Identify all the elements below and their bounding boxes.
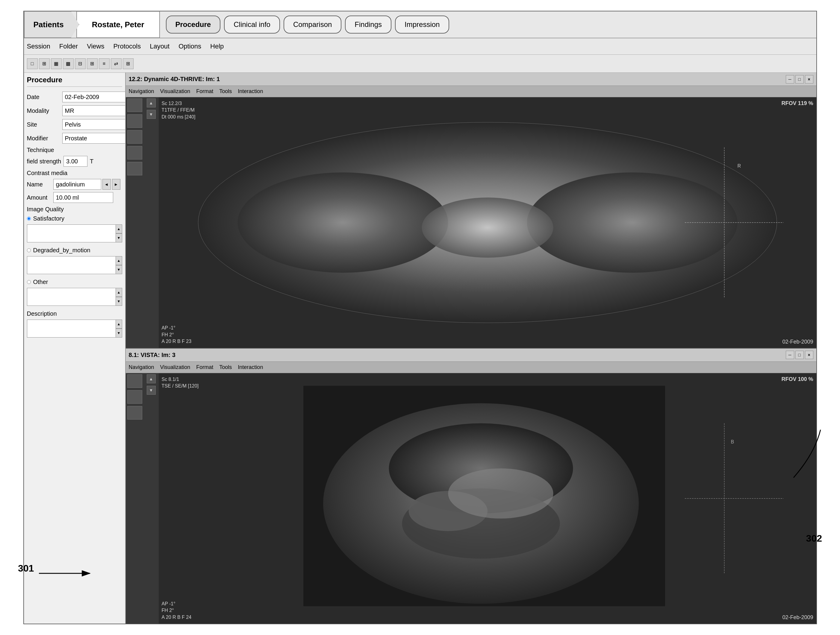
description-scroll-down[interactable]: ▼ — [115, 329, 122, 337]
toolbar-btn-7[interactable]: ≡ — [99, 58, 110, 69]
viewer-bottom-title: 8.1: VISTA: Im: 3 — [129, 351, 175, 359]
field-strength-input[interactable] — [63, 156, 87, 167]
degraded-label: Degraded_by_motion — [33, 247, 90, 254]
thumb-3[interactable] — [127, 130, 142, 143]
contrast-name-input[interactable] — [53, 179, 101, 190]
viewer-top-interaction[interactable]: Interaction — [238, 88, 263, 95]
toolbar-btn-8[interactable]: ⇄ — [111, 58, 122, 69]
image-quality-label: Image Quality — [27, 206, 122, 213]
tab-findings[interactable]: Findings — [345, 16, 392, 33]
contrast-amount-row: Amount — [27, 192, 122, 203]
viewer-top-nav-up[interactable]: ▲ — [147, 98, 156, 107]
technique-label: Technique — [27, 147, 122, 153]
tab-impression[interactable]: Impression — [395, 16, 449, 33]
description-textarea[interactable] — [27, 320, 122, 337]
viewer-bottom-image[interactable]: B Sc 8.1/1 TSE / SE/M [120] RFOV 100 % A… — [159, 373, 816, 624]
modifier-input[interactable] — [62, 133, 126, 143]
other-textarea[interactable] — [27, 288, 122, 306]
satisfactory-textarea[interactable] — [27, 224, 122, 243]
viewer-bottom-format[interactable]: Format — [196, 364, 213, 370]
contrast-amount-input[interactable] — [53, 192, 113, 203]
menu-folder[interactable]: Folder — [59, 43, 78, 50]
satisfactory-scroll-down[interactable]: ▼ — [115, 233, 122, 243]
toolbar-btn-4[interactable]: ▩ — [63, 58, 74, 69]
viewer-bottom-menu: Navigation Visualization Format Tools In… — [126, 362, 816, 373]
menu-session[interactable]: Session — [27, 43, 50, 50]
thumb-4[interactable] — [127, 146, 142, 159]
contrast-prev-btn[interactable]: ◄ — [103, 179, 111, 190]
viewer-bottom-minimize[interactable]: ─ — [786, 351, 794, 359]
other-radio-row: Other — [27, 279, 122, 285]
modality-input[interactable] — [62, 106, 126, 116]
date-input[interactable] — [62, 91, 126, 102]
toolbar-btn-1[interactable]: □ — [27, 58, 38, 69]
viewer-top-thumb-strip — [126, 97, 144, 348]
viewer-top-tools[interactable]: Tools — [219, 88, 232, 95]
thumb-b3[interactable] — [127, 406, 142, 419]
viewer-bottom-vis[interactable]: Visualization — [160, 364, 191, 370]
degraded-radio[interactable] — [27, 248, 31, 252]
viewer-top-nav-down[interactable]: ▼ — [147, 110, 156, 119]
viewer-bottom-nav-down[interactable]: ▼ — [147, 386, 156, 395]
viewer-bottom-tools[interactable]: Tools — [219, 364, 232, 370]
site-label: Site — [27, 121, 60, 128]
description-textarea-group: ▲ ▼ — [27, 320, 122, 339]
satisfactory-textarea-group: ▲ ▼ — [27, 224, 122, 243]
viewer-top-overlay-info: Sc 12.2/3 T1TFE / FFE/M Dt 000 ms [240] — [162, 100, 196, 120]
svg-text:B: B — [731, 439, 734, 444]
other-scroll-down[interactable]: ▼ — [115, 297, 122, 306]
thumb-b1[interactable] — [127, 374, 142, 388]
viewer-top-maximize[interactable]: □ — [795, 75, 804, 84]
viewer-top-close[interactable]: × — [805, 75, 813, 84]
viewer-bottom-thumb-strip — [126, 373, 144, 624]
ref-301: 301 — [18, 563, 34, 574]
contrast-next-btn[interactable]: ► — [112, 179, 120, 190]
degraded-textarea[interactable] — [27, 256, 122, 274]
menu-layout[interactable]: Layout — [150, 43, 169, 50]
thumb-2[interactable] — [127, 114, 142, 128]
viewer-bottom-interaction[interactable]: Interaction — [238, 364, 263, 370]
thumb-5[interactable] — [127, 162, 142, 175]
description-scroll-up[interactable]: ▲ — [115, 320, 122, 329]
viewer-top-image[interactable]: R Sc 12.2/3 T1TFE / FFE/M Dt 000 ms [240… — [159, 97, 816, 348]
left-panel: Procedure Date Modality Site — [24, 73, 126, 624]
menu-views[interactable]: Views — [87, 43, 104, 50]
menu-options[interactable]: Options — [178, 43, 201, 50]
patients-button[interactable]: Patients — [24, 11, 79, 38]
viewer-top-bl-1: AP -1° — [162, 325, 192, 331]
other-scroll-up[interactable]: ▲ — [115, 288, 122, 297]
satisfactory-radio[interactable] — [27, 217, 31, 221]
menu-help[interactable]: Help — [210, 43, 224, 50]
viewer-top-format[interactable]: Format — [196, 88, 213, 95]
tab-procedure[interactable]: Procedure — [166, 16, 221, 33]
tab-comparison[interactable]: Comparison — [284, 16, 341, 33]
toolbar-btn-3[interactable]: ▦ — [51, 58, 62, 69]
viewer-bottom-nav[interactable]: Navigation — [129, 364, 154, 370]
technique-row: field strength T — [27, 156, 122, 167]
viewer-bottom-maximize[interactable]: □ — [795, 351, 804, 359]
viewer-top-nav[interactable]: Navigation — [129, 88, 154, 95]
contrast-section: Name ◄ ► Amount — [27, 179, 122, 203]
other-radio[interactable] — [27, 280, 31, 284]
toolbar-btn-5[interactable]: ⊟ — [75, 58, 86, 69]
viewer-top-vis[interactable]: Visualization — [160, 88, 191, 95]
viewer-bottom-nav-up[interactable]: ▲ — [147, 374, 156, 383]
site-input[interactable] — [62, 119, 126, 130]
viewer-bottom-header: 8.1: VISTA: Im: 3 ─ □ × — [126, 348, 816, 362]
toolbar-btn-6[interactable]: ⊞ — [87, 58, 98, 69]
viewer-bottom-controls: ─ □ × — [786, 351, 813, 359]
degraded-scroll-up[interactable]: ▲ — [115, 256, 122, 265]
viewer-bottom-info-2: TSE / SE/M [120] — [162, 383, 199, 389]
svg-point-12 — [448, 468, 553, 518]
toolbar-btn-9[interactable]: ⊞ — [123, 58, 134, 69]
viewer-top-minimize[interactable]: ─ — [786, 75, 794, 84]
viewer-bottom-close[interactable]: × — [805, 351, 813, 359]
viewer-top-header: 12.2: Dynamic 4D-THRIVE: Im: 1 ─ □ × — [126, 73, 816, 86]
tab-clinical-info[interactable]: Clinical info — [224, 16, 280, 33]
thumb-b2[interactable] — [127, 390, 142, 404]
degraded-scroll-down[interactable]: ▼ — [115, 265, 122, 274]
menu-protocols[interactable]: Protocols — [113, 43, 141, 50]
thumb-1[interactable] — [127, 98, 142, 112]
toolbar-btn-2[interactable]: ⊞ — [39, 58, 50, 69]
satisfactory-scroll-up[interactable]: ▲ — [115, 224, 122, 233]
